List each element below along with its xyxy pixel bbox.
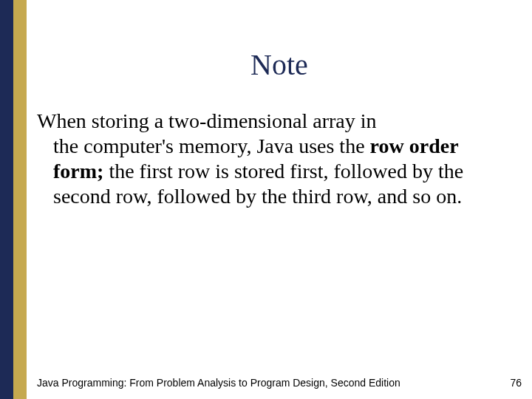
body-line-rest: the computer's memory, Java uses the row… [37,134,502,209]
sidebar-stripe-gold [13,0,27,399]
body-pre-bold: the computer's memory, Java uses the [53,134,370,157]
slide-body: When storing a two-dimensional array in … [27,109,532,210]
footer-book-title: Java Programming: From Problem Analysis … [37,377,400,389]
footer-page-number: 76 [510,377,522,389]
body-line-first: When storing a two-dimensional array in [37,109,502,134]
slide-content: Note When storing a two-dimensional arra… [27,0,532,399]
sidebar-stripes [0,0,27,399]
slide-title: Note [27,47,532,82]
slide-footer: Java Programming: From Problem Analysis … [37,377,522,389]
sidebar-stripe-navy [0,0,13,399]
body-post-bold: the first row is stored first, followed … [53,160,463,208]
